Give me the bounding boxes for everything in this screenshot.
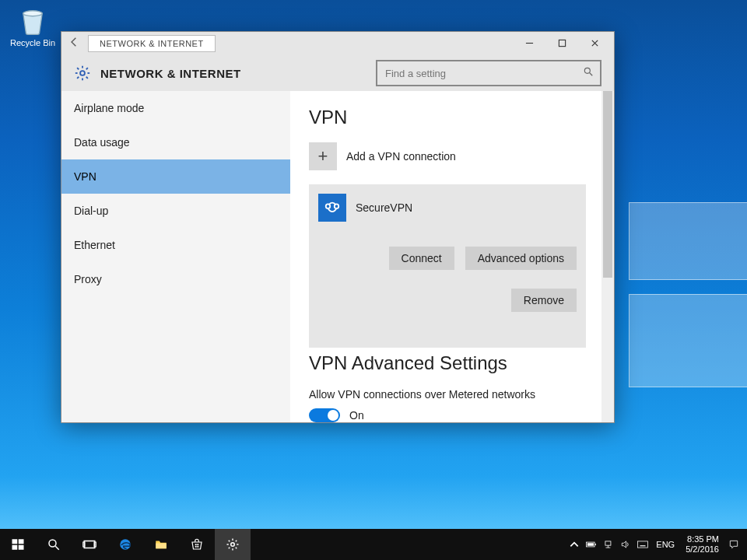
svg-rect-43 xyxy=(605,541,611,545)
svg-rect-19 xyxy=(19,545,24,550)
svg-point-12 xyxy=(584,68,590,73)
metered-toggle[interactable] xyxy=(309,408,340,422)
svg-rect-26 xyxy=(156,544,167,549)
tray-battery[interactable] xyxy=(583,539,600,550)
svg-point-20 xyxy=(49,540,56,547)
taskbar: ENG 8:35 PM 5/2/2016 xyxy=(0,529,747,560)
maximize-button[interactable] xyxy=(545,32,578,54)
sidebar-item-vpn[interactable]: VPN xyxy=(61,159,290,194)
battery-icon xyxy=(586,539,597,550)
svg-rect-41 xyxy=(595,544,596,545)
svg-point-3 xyxy=(80,71,85,75)
sidebar-item-ethernet[interactable]: Ethernet xyxy=(61,228,290,262)
back-button[interactable] xyxy=(61,36,88,51)
svg-rect-30 xyxy=(197,546,198,548)
tray-action-center[interactable] xyxy=(725,539,742,550)
svg-rect-29 xyxy=(195,546,197,548)
svg-line-37 xyxy=(236,548,237,549)
vpn-connection-card[interactable]: SecureVPN Connect Advanced options Remov… xyxy=(309,184,586,348)
add-vpn-label: Add a VPN connection xyxy=(346,150,456,163)
task-view-button[interactable] xyxy=(72,529,107,560)
connect-button[interactable]: Connect xyxy=(389,247,454,270)
vpn-connection-name: SecureVPN xyxy=(356,201,412,214)
svg-point-31 xyxy=(231,543,235,547)
taskbar-file-explorer[interactable] xyxy=(143,529,179,560)
taskbar-settings[interactable] xyxy=(215,529,251,560)
minimize-button[interactable] xyxy=(513,32,545,54)
section-heading-advanced: VPN Advanced Settings xyxy=(309,352,586,374)
title-tab: NETWORK & INTERNET xyxy=(88,35,216,52)
content-scrollbar[interactable] xyxy=(601,91,614,422)
sidebar-item-data-usage[interactable]: Data usage xyxy=(61,125,290,159)
svg-rect-2 xyxy=(559,40,565,46)
desktop: Recycle Bin NETWORK & INTERNET xyxy=(0,0,747,560)
svg-rect-16 xyxy=(12,539,18,544)
tray-network[interactable] xyxy=(600,539,617,550)
svg-rect-17 xyxy=(19,539,24,544)
svg-line-11 xyxy=(77,77,79,79)
svg-line-8 xyxy=(77,68,79,69)
content-pane: VPN + Add a VPN connection xyxy=(290,91,601,422)
svg-line-39 xyxy=(229,548,230,549)
svg-line-21 xyxy=(55,546,59,550)
sidebar-item-dial-up[interactable]: Dial-up xyxy=(61,194,290,228)
sidebar-item-proxy[interactable]: Proxy xyxy=(61,262,290,296)
svg-line-36 xyxy=(229,541,230,542)
notification-icon xyxy=(728,539,739,550)
svg-line-10 xyxy=(86,68,88,69)
start-button[interactable] xyxy=(0,529,36,560)
close-button[interactable] xyxy=(578,32,611,54)
add-vpn-row[interactable]: + Add a VPN connection xyxy=(309,142,586,170)
windows-icon xyxy=(11,537,25,551)
keyboard-icon xyxy=(637,539,648,550)
sidebar-item-airplane-mode[interactable]: Airplane mode xyxy=(61,91,290,125)
search-field[interactable] xyxy=(376,60,601,86)
header-bar: NETWORK & INTERNET xyxy=(61,55,614,91)
svg-rect-18 xyxy=(12,545,18,550)
taskbar-edge[interactable] xyxy=(107,529,143,560)
scrollbar-thumb[interactable] xyxy=(603,91,612,278)
plus-icon: + xyxy=(309,142,337,170)
svg-rect-22 xyxy=(84,541,95,548)
svg-rect-42 xyxy=(587,543,594,546)
svg-rect-27 xyxy=(195,544,197,545)
tray-volume[interactable] xyxy=(617,539,634,550)
chevron-up-icon xyxy=(569,539,580,550)
taskbar-store[interactable] xyxy=(179,529,215,560)
page-title: NETWORK & INTERNET xyxy=(100,67,241,80)
tray-keyboard[interactable] xyxy=(634,539,651,550)
settings-window: NETWORK & INTERNET xyxy=(61,31,615,423)
tray-show-hidden[interactable] xyxy=(566,539,583,550)
svg-line-9 xyxy=(86,77,88,79)
recycle-bin-label: Recycle Bin xyxy=(10,38,55,47)
recycle-bin-icon xyxy=(16,4,49,37)
volume-icon xyxy=(620,539,631,550)
titlebar: NETWORK & INTERNET xyxy=(61,32,614,55)
vpn-icon xyxy=(318,194,346,222)
metered-label: Allow VPN connections over Metered netwo… xyxy=(309,388,586,401)
svg-line-13 xyxy=(590,73,593,76)
system-tray: ENG 8:35 PM 5/2/2016 xyxy=(566,529,747,560)
metered-state: On xyxy=(349,409,364,422)
search-icon xyxy=(47,537,61,551)
search-input[interactable] xyxy=(384,67,583,80)
search-icon xyxy=(583,66,594,80)
remove-button[interactable]: Remove xyxy=(511,289,577,312)
svg-rect-28 xyxy=(197,544,198,545)
section-heading-vpn: VPN xyxy=(309,107,586,128)
svg-rect-46 xyxy=(638,541,648,548)
tray-time: 8:35 PM xyxy=(686,534,719,544)
gear-icon xyxy=(226,537,240,551)
tray-language[interactable]: ENG xyxy=(651,540,679,549)
svg-line-38 xyxy=(236,541,237,542)
advanced-options-button[interactable]: Advanced options xyxy=(465,247,577,270)
taskbar-search[interactable] xyxy=(36,529,72,560)
folder-icon xyxy=(154,537,168,551)
edge-icon xyxy=(118,537,132,551)
store-icon xyxy=(190,537,204,551)
recycle-bin[interactable]: Recycle Bin xyxy=(8,4,58,47)
task-view-icon xyxy=(82,537,96,551)
gear-icon xyxy=(74,65,91,82)
svg-point-0 xyxy=(23,11,43,16)
tray-clock[interactable]: 8:35 PM 5/2/2016 xyxy=(679,534,725,555)
